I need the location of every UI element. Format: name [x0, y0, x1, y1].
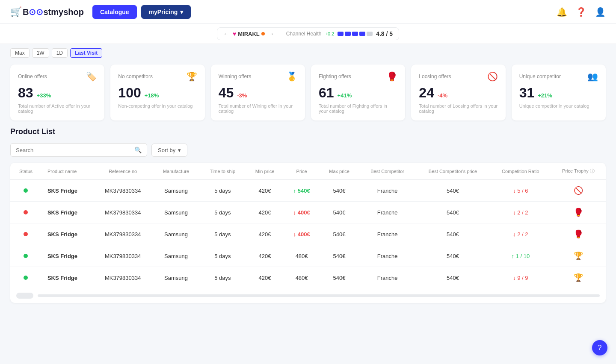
time-filter-max[interactable]: Max: [10, 48, 30, 58]
stat-change-2: -3%: [237, 92, 247, 99]
cell-price-4: 480€: [284, 267, 320, 289]
col-status: Status: [10, 163, 41, 180]
mypricing-button[interactable]: myPricing ▾: [141, 5, 191, 19]
ratio-1: ↓ 2 / 2: [513, 209, 528, 216]
cell-trophy-1: 🥊: [551, 202, 606, 223]
channel-prev-button[interactable]: ←: [223, 30, 229, 37]
table-row: SKS FridgeMK379830334Samsung5 days420€↓ …: [10, 223, 606, 245]
stat-change-0: +33%: [37, 92, 51, 99]
health-bar-2: [345, 32, 351, 36]
bell-icon[interactable]: 🔔: [557, 7, 567, 17]
mypricing-arrow-icon: ▾: [180, 9, 183, 15]
cell-max-price-2: 540€: [319, 223, 359, 245]
health-bars: [338, 32, 373, 36]
cell-max-price-4: 540€: [319, 267, 359, 289]
table-body: SKS FridgeMK379830334Samsung5 days420€↑ …: [10, 180, 606, 289]
stat-icon-0: 🏷️: [86, 71, 97, 82]
cell-best-competitor-1: Franche: [359, 202, 416, 223]
stat-card-header-4: Loosing offers 🚫: [419, 71, 498, 82]
stat-desc-1: Non-competing offer in your catalog: [118, 103, 197, 109]
channel-name: ♥ MIRAKL: [233, 30, 265, 37]
table-row: SKS FridgeMK379830334Samsung5 days420€↓ …: [10, 202, 606, 223]
channel-status-dot: [261, 32, 265, 35]
sort-label: Sort by: [158, 147, 175, 153]
scroll-indicator: [16, 293, 33, 299]
cell-manufacture-1: Samsung: [153, 202, 200, 223]
channel-widget: ← ♥ MIRAKL → Channel Health +0.2 4.8 / 5: [217, 27, 399, 40]
col-price: Price: [284, 163, 320, 180]
cell-status-3: [10, 245, 41, 267]
help-icon[interactable]: ❓: [576, 7, 586, 17]
cell-competition-ratio-1: ↓ 2 / 2: [490, 202, 551, 223]
cell-best-competitor-price-3: 540€: [415, 245, 490, 267]
health-bar-4: [359, 32, 365, 36]
cell-competition-ratio-2: ↓ 2 / 2: [490, 223, 551, 245]
catalogue-button[interactable]: Catalogue: [92, 5, 137, 19]
cell-min-price-0: 420€: [246, 180, 284, 202]
cell-price-0: ↑ 540€: [284, 180, 320, 202]
scroll-bar[interactable]: [38, 294, 600, 297]
stat-number-4: 24: [419, 85, 434, 101]
time-filter-1d[interactable]: 1D: [52, 48, 68, 58]
stat-title-0: Online offers: [18, 73, 47, 79]
stat-title-5: Unique competitor: [519, 73, 561, 79]
cell-time-to-ship-2: 5 days: [199, 223, 246, 245]
user-icon[interactable]: 👤: [595, 7, 606, 17]
stat-title-4: Loosing offers: [419, 73, 451, 79]
cell-best-competitor-price-4: 540€: [415, 267, 490, 289]
stat-title-3: Fighting offers: [319, 73, 351, 79]
channel-health: Channel Health +0.2 4.8 / 5: [286, 30, 393, 37]
cell-product-name-4: SKS Fridge: [41, 267, 93, 289]
stat-number-3: 61: [319, 85, 334, 101]
search-input[interactable]: [16, 147, 131, 153]
stat-card-header-1: No competitors 🏆: [118, 71, 197, 82]
channel-bar: ← ♥ MIRAKL → Channel Health +0.2 4.8 / 5: [0, 24, 616, 44]
sort-arrow-icon: ▾: [178, 147, 181, 153]
stat-card-online-offers: Online offers 🏷️ 83 +33% Total number of…: [10, 65, 104, 120]
cell-product-name-3: SKS Fridge: [41, 245, 93, 267]
status-dot-3: [24, 254, 28, 258]
cell-min-price-1: 420€: [246, 202, 284, 223]
stat-change-3: +41%: [338, 92, 352, 99]
stat-number-1: 100: [118, 85, 141, 101]
cell-time-to-ship-1: 5 days: [199, 202, 246, 223]
stat-change-4: -4%: [438, 92, 447, 99]
cell-product-name-1: SKS Fridge: [41, 202, 93, 223]
stat-card-fighting-offers: Fighting offers 🥊 61 +41% Total number o…: [311, 65, 405, 120]
stat-desc-3: Total number of Fighting offers in your …: [319, 103, 397, 114]
stat-value-1: 100 +18%: [118, 85, 197, 101]
channel-next-button[interactable]: →: [268, 30, 274, 37]
sort-button[interactable]: Sort by ▾: [151, 144, 187, 157]
product-table: Status Product name Reference no Manufac…: [10, 163, 606, 288]
table-row: SKS FridgeMK379830334Samsung5 days420€48…: [10, 245, 606, 267]
cell-min-price-2: 420€: [246, 223, 284, 245]
cell-product-name-0: SKS Fridge: [41, 180, 93, 202]
table-footer: [10, 288, 606, 303]
stat-title-1: No competitors: [118, 73, 153, 79]
stat-value-3: 61 +41%: [319, 85, 397, 101]
cell-trophy-2: 🥊: [551, 223, 606, 245]
stat-icon-5: 👥: [587, 71, 598, 82]
time-filters: Max 1W 1D Last Visit: [0, 44, 616, 60]
time-filter-last-visit[interactable]: Last Visit: [70, 48, 102, 58]
channel-heart-icon: ♥: [233, 30, 236, 37]
product-section: Product List 🔍 Sort by ▾ Status Product …: [0, 127, 616, 313]
logo-cart-icon: 🛒: [10, 6, 22, 18]
section-title: Product List: [10, 127, 606, 136]
stat-change-1: +18%: [145, 92, 159, 99]
cell-time-to-ship-4: 5 days: [199, 267, 246, 289]
time-filter-1w[interactable]: 1W: [32, 48, 49, 58]
toolbar: 🔍 Sort by ▾: [10, 143, 606, 157]
health-bar-5: [367, 32, 373, 36]
price-trophy-col-label: Price Trophy: [562, 168, 589, 173]
cell-manufacture-3: Samsung: [153, 245, 200, 267]
col-manufacture: Manufacture: [153, 163, 200, 180]
stat-card-header-2: Winning offers 🥇: [219, 71, 297, 82]
cell-min-price-3: 420€: [246, 245, 284, 267]
header: 🛒 B⊙⊙stmyshop Catalogue myPricing ▾ 🔔 ❓ …: [0, 0, 616, 24]
cell-competition-ratio-3: ↑ 1 / 10: [490, 245, 551, 267]
col-product-name: Product name: [41, 163, 93, 180]
stat-desc-0: Total number of Active offer in your cat…: [18, 103, 97, 114]
cell-time-to-ship-0: 5 days: [199, 180, 246, 202]
stat-card-header-5: Unique competitor 👥: [519, 71, 598, 82]
